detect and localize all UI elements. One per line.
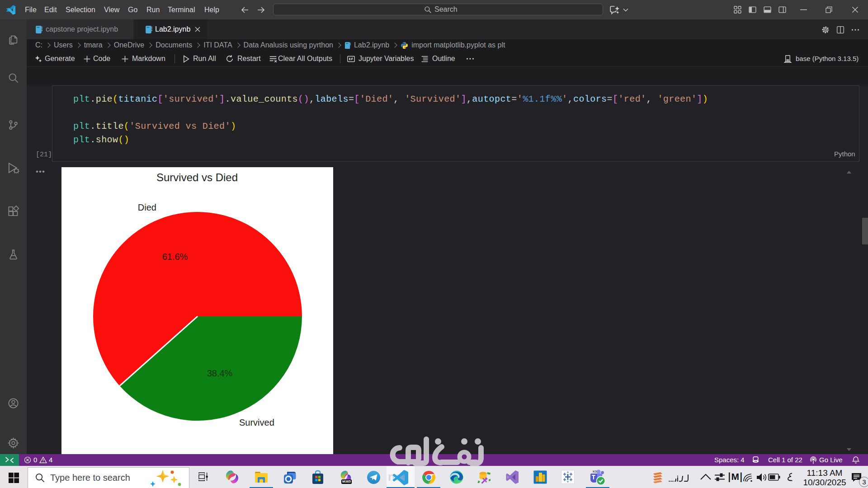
svg-text:38.4%: 38.4% xyxy=(207,368,233,378)
svg-text:Survived: Survived xyxy=(239,418,274,427)
svg-text:Died: Died xyxy=(138,202,156,212)
svg-text:61.6%: 61.6% xyxy=(162,252,188,262)
svg-text:Survived vs Died: Survived vs Died xyxy=(156,171,238,183)
